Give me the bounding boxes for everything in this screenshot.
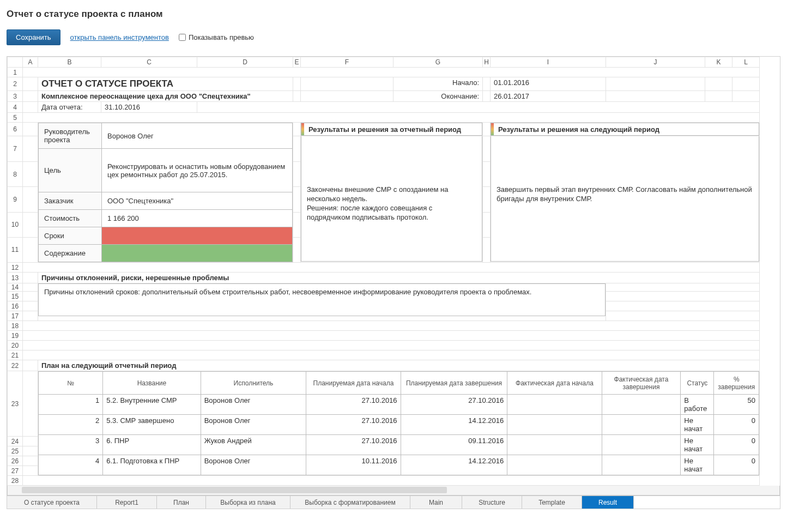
info-table: Руководитель проекта Воронов Олег Цель Р…: [38, 123, 293, 262]
row-header[interactable]: 2: [8, 77, 23, 91]
col-K[interactable]: K: [705, 57, 732, 68]
col-G[interactable]: G: [393, 57, 483, 68]
end-value: 26.01.2017: [491, 91, 606, 101]
cell-name: 5.2. Внутренние СМР: [103, 395, 201, 415]
cell-plan-start: 10.11.2016: [306, 455, 401, 475]
col-A[interactable]: A: [23, 57, 38, 68]
page-title: Отчет о статусе проекта с планом: [7, 9, 780, 20]
tab[interactable]: Template: [522, 496, 582, 509]
show-preview-label: Показывать превью: [189, 33, 254, 41]
cell-name: 5.3. СМР завершено: [103, 415, 201, 435]
cell-num: 2: [39, 415, 103, 435]
row-header[interactable]: 18: [8, 321, 23, 331]
row-header[interactable]: 22: [8, 360, 23, 371]
cell-fact-start: [507, 435, 602, 455]
deadline-status: [102, 227, 293, 245]
col-H[interactable]: H: [483, 57, 491, 68]
column-headers[interactable]: A B C D E F G H I J K L: [8, 57, 760, 68]
row-header[interactable]: 23: [8, 371, 23, 437]
cell-num: 4: [39, 455, 103, 475]
row-header[interactable]: 19: [8, 331, 23, 341]
table-row[interactable]: 15.2. Внутренние СМРВоронов Олег27.10.20…: [39, 395, 759, 415]
table-row[interactable]: 36. ПНРЖуков Андрей27.10.201609.11.2016Н…: [39, 435, 759, 455]
tab[interactable]: О статусе проекта: [7, 496, 97, 509]
scrollbar-thumb[interactable]: [22, 487, 447, 493]
row-header[interactable]: 8: [8, 162, 23, 187]
row-header[interactable]: 26: [8, 456, 23, 466]
row-header[interactable]: 9: [8, 187, 23, 212]
tab[interactable]: План: [157, 496, 206, 509]
tab[interactable]: Выборка из плана: [206, 496, 290, 509]
results-next-text: Завершить первый этап внутренних СМР. Со…: [497, 185, 753, 204]
row-header[interactable]: 25: [8, 446, 23, 456]
col-D[interactable]: D: [197, 57, 293, 68]
table-row[interactable]: 25.3. СМР завершеноВоронов Олег27.10.201…: [39, 415, 759, 435]
row-header[interactable]: 28: [8, 476, 23, 486]
plan-table: № Название Исполнитель Планируемая дата …: [38, 371, 759, 475]
show-preview-input[interactable]: [179, 34, 186, 41]
tab[interactable]: Main: [410, 496, 462, 509]
tab-active[interactable]: Result: [582, 496, 634, 509]
col-B[interactable]: B: [38, 57, 101, 68]
cell-status: Не начат: [681, 415, 714, 435]
sheet-tabs: О статусе проекта Report1 План Выборка и…: [7, 495, 780, 509]
cell-plan-start: 27.10.2016: [306, 435, 401, 455]
col-L[interactable]: L: [732, 57, 760, 68]
report-date-label: Дата отчета:: [38, 102, 101, 112]
col-F[interactable]: F: [301, 57, 393, 68]
col-J[interactable]: J: [606, 57, 705, 68]
col-E[interactable]: E: [293, 57, 301, 68]
cell-num: 1: [39, 395, 103, 415]
cell-num: 3: [39, 435, 103, 455]
start-label: Начало:: [393, 77, 482, 88]
horizontal-scrollbar[interactable]: [7, 486, 780, 495]
cell-plan-end: 14.12.2016: [401, 455, 507, 475]
scope-label: Содержание: [39, 245, 102, 262]
save-button[interactable]: Сохранить: [7, 29, 60, 45]
col-I[interactable]: I: [491, 57, 606, 68]
row-header[interactable]: 24: [8, 437, 23, 446]
row-header[interactable]: 12: [8, 263, 23, 273]
customer-label: Заказчик: [39, 192, 102, 210]
row-header[interactable]: 14: [8, 283, 23, 292]
row-header[interactable]: 6: [8, 123, 23, 136]
results-period-text: Закончены внешние СМР с опозданием на не…: [307, 185, 476, 222]
report-title: ОТЧЕТ О СТАТУСЕ ПРОЕКТА: [38, 77, 293, 90]
cell-fact-start: [507, 415, 602, 435]
show-preview-checkbox[interactable]: Показывать превью: [179, 33, 254, 41]
row-header[interactable]: 3: [8, 91, 23, 102]
row-header[interactable]: 21: [8, 350, 23, 360]
row-header[interactable]: 17: [8, 311, 23, 321]
row-header[interactable]: 27: [8, 466, 23, 476]
row-header[interactable]: 11: [8, 237, 23, 262]
th-fact-end: Фактическая дата завершения: [602, 372, 681, 395]
th-fact-start: Фактическая дата начала: [507, 372, 602, 395]
row-header[interactable]: 10: [8, 212, 23, 237]
cell-plan-start: 27.10.2016: [306, 415, 401, 435]
row-header[interactable]: 13: [8, 273, 23, 283]
cell-pct: 0: [714, 435, 759, 455]
tab[interactable]: Выборка с форматированием: [290, 496, 410, 509]
table-row[interactable]: 46.1. Подготовка к ПНРВоронов Олег10.11.…: [39, 455, 759, 475]
manager-value: Воронов Олег: [102, 123, 293, 149]
results-period-title: Результаты и решения за отчетный период: [304, 125, 461, 134]
tab[interactable]: Report1: [97, 496, 157, 509]
plan-title: План на следующий отчетный период: [38, 360, 759, 371]
results-period-box: Закончены внешние СМР с опозданием на не…: [301, 136, 482, 262]
row-header[interactable]: 5: [8, 113, 23, 123]
open-tools-link[interactable]: открыть панель инструментов: [70, 33, 169, 41]
tab[interactable]: Structure: [462, 496, 522, 509]
cell-exec: Воронов Олег: [201, 415, 306, 435]
row-header[interactable]: 7: [8, 136, 23, 162]
row-header[interactable]: 15: [8, 292, 23, 301]
spreadsheet-grid[interactable]: A B C D E F G H I J K L 1 2 ОТЧЕТ О СТАТ…: [7, 56, 780, 509]
row-header[interactable]: 16: [8, 301, 23, 311]
report-date-value: 31.10.2016: [101, 102, 197, 112]
goal-label: Цель: [39, 149, 102, 192]
toolbar: Сохранить открыть панель инструментов По…: [7, 29, 780, 45]
col-C[interactable]: C: [101, 57, 197, 68]
row-header[interactable]: 20: [8, 341, 23, 350]
results-next-header: Результаты и решения на следующий период: [491, 123, 759, 136]
row-header[interactable]: 1: [8, 68, 23, 77]
row-header[interactable]: 4: [8, 102, 23, 113]
